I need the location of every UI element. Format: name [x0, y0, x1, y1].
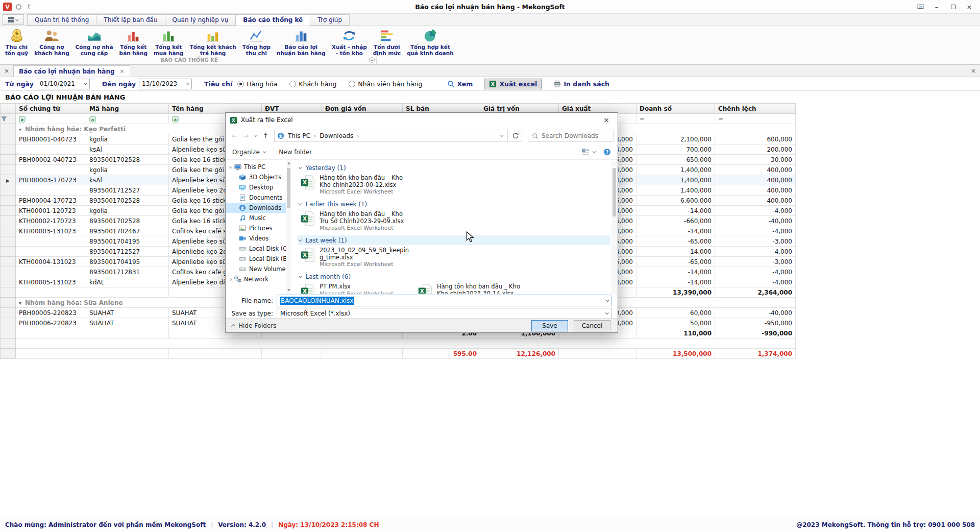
- dialog-title: Xuất ra file Excel: [241, 116, 293, 124]
- ribbon-button[interactable]: $ Thu chitồn quỹ: [2, 28, 31, 57]
- address-dropdown-icon[interactable]: [501, 135, 505, 136]
- ribbon-button[interactable]: Tổng kếtmua hàng: [151, 28, 187, 57]
- search-placeholder: Search Downloads: [542, 132, 598, 139]
- filter-cell[interactable]: =: [636, 114, 715, 124]
- excel-file-icon: X: [418, 283, 433, 294]
- svg-text:a: a: [174, 117, 177, 122]
- file-item[interactable]: X PT PM.xlsx Microsoft Excel Worksheet: [300, 283, 411, 294]
- column-header[interactable]: Chênh lệch: [715, 104, 796, 114]
- minimize-button[interactable]: –: [929, 1, 944, 12]
- svg-text:$: $: [15, 30, 18, 36]
- ribbon-button[interactable]: Xuất - nhập- tồn kho: [329, 28, 370, 57]
- from-date-combo[interactable]: 01/10/2021: [37, 79, 90, 89]
- sidebar-item[interactable]: This PC: [226, 162, 286, 172]
- group-dialog-launcher-icon[interactable]: [369, 57, 375, 63]
- ribbon-button[interactable]: Tồn dướiđịnh mức: [370, 28, 404, 57]
- filter-cell[interactable]: a: [86, 114, 169, 124]
- column-header[interactable]: Mã hàng: [86, 104, 169, 114]
- ribbon-tab[interactable]: Báo cáo thống kê: [236, 14, 310, 26]
- filter-cell[interactable]: a: [16, 114, 86, 124]
- breadcrumb-separator: ›: [313, 133, 317, 139]
- file-item[interactable]: X 2023_10_02_09_59_58_keeping_time.xlsx …: [300, 247, 411, 268]
- close-all-tabs-button[interactable]: ×: [0, 65, 13, 77]
- file-group-header[interactable]: Yesterday (1): [298, 163, 610, 173]
- chevron-down-icon: [15, 17, 18, 20]
- help-icon[interactable]: ?: [603, 148, 611, 156]
- close-button[interactable]: ×: [962, 1, 977, 12]
- pin-icon[interactable]: [26, 4, 32, 10]
- file-item[interactable]: X Hàng tồn kho ban đầu _ Kho Kho chính20…: [300, 175, 411, 196]
- address-bar[interactable]: This PC›Downloads›: [274, 130, 508, 142]
- file-list-scrollbar[interactable]: [611, 161, 617, 294]
- dialog-close-button[interactable]: ×: [595, 113, 618, 127]
- sidebar-item[interactable]: Pictures: [226, 223, 286, 233]
- sidebar-item[interactable]: New Volume (G:): [226, 264, 286, 274]
- new-folder-button[interactable]: New folder: [279, 149, 312, 156]
- sidebar-item[interactable]: Music: [226, 213, 286, 223]
- close-tab-icon[interactable]: ×: [120, 68, 125, 75]
- save-button[interactable]: Save: [531, 320, 568, 331]
- back-button[interactable]: ←: [230, 132, 239, 140]
- hide-folders-button[interactable]: Hide Folders: [232, 322, 277, 329]
- sidebar-item[interactable]: Local Disk (C:): [226, 244, 286, 254]
- cancel-button[interactable]: Cancel: [574, 320, 610, 331]
- expand-arrow-icon[interactable]: ▾: [19, 300, 21, 306]
- ribbon-button[interactable]: Công nợkhách hàng: [31, 28, 72, 57]
- file-group-header[interactable]: Earlier this week (1): [298, 199, 610, 209]
- breadcrumb-item[interactable]: Downloads: [317, 132, 356, 139]
- save-as-type-select[interactable]: Microsoft Excel (*.xlsx): [277, 308, 611, 319]
- export-excel-button[interactable]: X Xuất excel: [484, 79, 542, 89]
- ribbon-button[interactable]: Tổng hợp kếtquả kinh doanh: [404, 28, 457, 57]
- expand-arrow-icon[interactable]: ▾: [19, 127, 21, 132]
- ribbon-button[interactable]: Công nợ nhàcung cấp: [72, 28, 116, 57]
- tree-chevron-icon[interactable]: [229, 164, 232, 168]
- sidebar-item[interactable]: Documents: [226, 192, 286, 203]
- file-name-input[interactable]: BAOCAOLOINHUAN.xlsx: [277, 295, 611, 306]
- sidebar-item[interactable]: Videos: [226, 233, 286, 244]
- record-icon[interactable]: [16, 4, 21, 10]
- view-mode-button[interactable]: [582, 148, 596, 156]
- sidebar-scrollbar[interactable]: [286, 160, 291, 294]
- sidebar-item[interactable]: Downloads: [226, 203, 286, 213]
- ribbon-button[interactable]: Báo cáo lợinhuận bán hàng: [274, 28, 329, 57]
- to-date-combo[interactable]: 13/10/2023: [139, 79, 192, 89]
- criteria-radio[interactable]: Hàng hóa: [237, 80, 277, 88]
- sidebar-item[interactable]: Network: [226, 274, 286, 284]
- file-group-header[interactable]: Last week (1): [298, 235, 610, 245]
- ribbon-tab[interactable]: Thiết lập ban đầu: [96, 14, 165, 26]
- tab-strip-close-button[interactable]: ×: [967, 65, 980, 77]
- ribbon-tab[interactable]: Quản lý nghiệp vụ: [165, 14, 236, 26]
- up-button[interactable]: ↑: [261, 132, 271, 140]
- file-item[interactable]: X Hàng tồn kho ban đầu _ Kho Kho chính20…: [418, 283, 529, 294]
- column-header[interactable]: Số chứng từ: [16, 104, 86, 114]
- print-list-button[interactable]: In danh sách: [548, 79, 615, 89]
- criteria-radio[interactable]: Nhân viên bán hàng: [349, 80, 422, 88]
- ribbon-button[interactable]: Tổng hợpthu chi: [239, 28, 274, 57]
- dialog-title-bar[interactable]: X Xuất ra file Excel ×: [226, 113, 618, 127]
- sidebar-item[interactable]: Desktop: [226, 182, 286, 192]
- filter-cell[interactable]: =: [715, 114, 796, 124]
- forward-button[interactable]: →: [241, 132, 251, 140]
- ribbon-button[interactable]: Tổng kết kháchtrả hàng: [187, 28, 239, 57]
- save-as-type-label: Save as type:: [226, 310, 277, 317]
- refresh-button[interactable]: [509, 130, 522, 142]
- ribbon-tab[interactable]: Trợ giúp: [310, 14, 350, 26]
- ribbon-tab[interactable]: Quản trị hệ thống: [27, 14, 96, 26]
- file-item[interactable]: X Hàng tồn kho ban đầu _ Kho Trụ Sở Chín…: [300, 211, 411, 232]
- view-button[interactable]: Xem: [442, 79, 478, 89]
- fit-screen-icon[interactable]: [913, 1, 928, 12]
- criteria-radio[interactable]: Khách hàng: [289, 80, 336, 88]
- sidebar-item[interactable]: Local Disk (E:): [226, 254, 286, 264]
- column-header[interactable]: Doanh số: [636, 104, 715, 114]
- sidebar-item[interactable]: 3D Objects: [226, 172, 286, 182]
- maximize-button[interactable]: [945, 1, 961, 12]
- recent-locations-icon[interactable]: [252, 135, 259, 136]
- ribbon-button[interactable]: Tổng kếtbán hàng: [116, 28, 151, 57]
- organize-button[interactable]: Organize: [232, 149, 265, 156]
- file-group-header[interactable]: Last month (6): [298, 272, 610, 281]
- app-menu-button[interactable]: [3, 14, 24, 25]
- document-tab-active[interactable]: Báo cáo lợi nhuận bán hàng ×: [13, 65, 130, 77]
- tree-chevron-icon[interactable]: [229, 277, 232, 281]
- breadcrumb-item[interactable]: This PC: [285, 132, 313, 139]
- search-box[interactable]: Search Downloads: [528, 130, 614, 142]
